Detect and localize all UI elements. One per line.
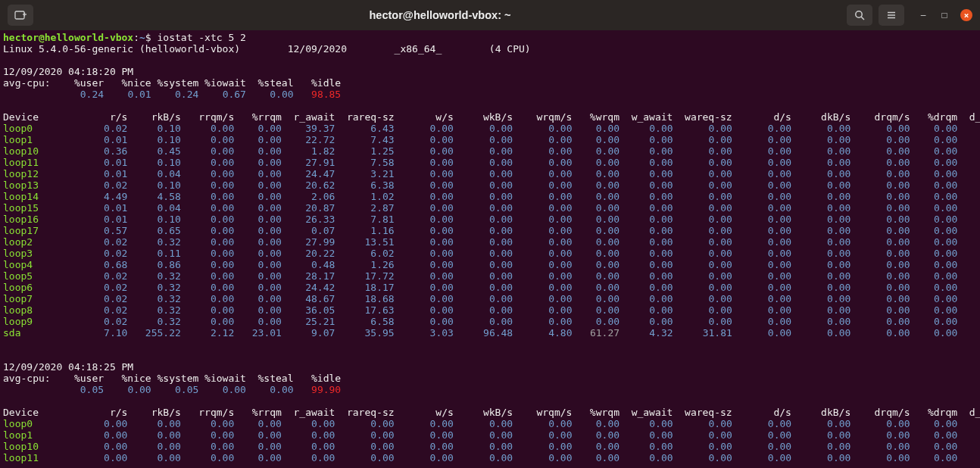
cpu-values: 0.24 0.01 0.24 0.67 0.00 98.85 <box>3 89 977 100</box>
search-icon <box>854 9 866 21</box>
device-row: loop1 0.01 0.10 0.00 0.00 22.72 7.43 0.0… <box>3 134 977 145</box>
device-row: loop9 0.02 0.32 0.00 0.00 25.21 6.58 0.0… <box>3 316 977 327</box>
menu-button[interactable] <box>879 5 904 26</box>
timestamp: 12/09/2020 04:18:20 PM <box>3 66 977 77</box>
device-header: Device r/s rkB/s rrqm/s %rrqm r_await ra… <box>3 111 977 123</box>
command-text: iostat -xtc 5 2 <box>158 32 246 43</box>
device-row: sda 7.10 255.22 2.12 23.01 9.07 35.95 3.… <box>3 327 977 339</box>
terminal-viewport[interactable]: hector@helloworld-vbox:~$ iostat -xtc 5 … <box>0 30 980 468</box>
device-row: loop7 0.02 0.32 0.00 0.00 48.67 18.68 0.… <box>3 293 977 304</box>
prompt-line: hector@helloworld-vbox:~$ iostat -xtc 5 … <box>3 32 977 43</box>
maximize-button[interactable]: □ <box>939 10 950 20</box>
device-row: loop17 0.57 0.65 0.00 0.00 0.07 1.16 0.0… <box>3 225 977 236</box>
search-button[interactable] <box>847 5 872 26</box>
device-row: loop14 4.49 4.58 0.00 0.00 2.06 1.02 0.0… <box>3 191 977 202</box>
device-row: loop10 0.36 0.45 0.00 0.00 1.82 1.25 0.0… <box>3 145 977 157</box>
device-row: loop15 0.01 0.04 0.00 0.00 20.87 2.87 0.… <box>3 202 977 214</box>
iostat-snapshot-1: 12/09/2020 04:18:20 PMavg-cpu: %user %ni… <box>3 66 977 339</box>
device-row: loop2 0.02 0.32 0.00 0.00 27.99 13.51 0.… <box>3 236 977 248</box>
device-row: loop11 0.00 0.00 0.00 0.00 0.00 0.00 0.0… <box>3 452 977 463</box>
device-row: loop3 0.02 0.11 0.00 0.00 20.22 6.02 0.0… <box>3 248 977 259</box>
device-row: loop10 0.00 0.00 0.00 0.00 0.00 0.00 0.0… <box>3 441 977 452</box>
device-row: loop8 0.02 0.32 0.00 0.00 36.05 17.63 0.… <box>3 304 977 316</box>
system-line: Linux 5.4.0-56-generic (helloworld-vbox)… <box>3 43 977 55</box>
close-button[interactable]: × <box>960 9 972 21</box>
device-row: loop11 0.01 0.10 0.00 0.00 27.91 7.58 0.… <box>3 157 977 168</box>
device-row: loop16 0.01 0.10 0.00 0.00 26.33 7.81 0.… <box>3 214 977 225</box>
device-row: loop4 0.68 0.86 0.00 0.00 0.48 1.26 0.00… <box>3 259 977 270</box>
window-title: hector@helloworld-vbox: ~ <box>33 10 847 21</box>
device-row: loop1 0.00 0.00 0.00 0.00 0.00 0.00 0.00… <box>3 429 977 441</box>
prompt-user-host: hector@helloworld-vbox <box>3 32 133 43</box>
device-header: Device r/s rkB/s rrqm/s %rrqm r_await ra… <box>3 407 977 418</box>
titlebar: hector@helloworld-vbox: ~ – □ × <box>0 0 980 30</box>
prompt-cwd: ~ <box>139 32 145 43</box>
cpu-header: avg-cpu: %user %nice %system %iowait %st… <box>3 77 977 89</box>
device-row: loop0 0.00 0.00 0.00 0.00 0.00 0.00 0.00… <box>3 418 977 429</box>
minimize-button[interactable]: – <box>918 10 929 20</box>
cpu-values: 0.05 0.00 0.05 0.00 0.00 99.90 <box>3 384 977 395</box>
svg-rect-0 <box>15 11 24 19</box>
cpu-header: avg-cpu: %user %nice %system %iowait %st… <box>3 373 977 384</box>
device-row: loop13 0.02 0.10 0.00 0.00 20.62 6.38 0.… <box>3 179 977 191</box>
new-terminal-tab-button[interactable] <box>8 5 33 26</box>
svg-point-3 <box>856 11 862 17</box>
iostat-snapshot-2: 12/09/2020 04:18:25 PMavg-cpu: %user %ni… <box>3 361 977 463</box>
new-tab-icon <box>14 8 27 22</box>
device-row: loop0 0.02 0.10 0.00 0.00 39.37 6.43 0.0… <box>3 123 977 134</box>
hamburger-icon <box>885 9 897 21</box>
timestamp: 12/09/2020 04:18:25 PM <box>3 361 977 373</box>
device-row: loop12 0.01 0.04 0.00 0.00 24.47 3.21 0.… <box>3 168 977 179</box>
device-row: loop5 0.02 0.32 0.00 0.00 28.17 17.72 0.… <box>3 270 977 282</box>
svg-line-4 <box>861 17 864 20</box>
device-row: loop6 0.02 0.32 0.00 0.00 24.42 18.17 0.… <box>3 282 977 293</box>
